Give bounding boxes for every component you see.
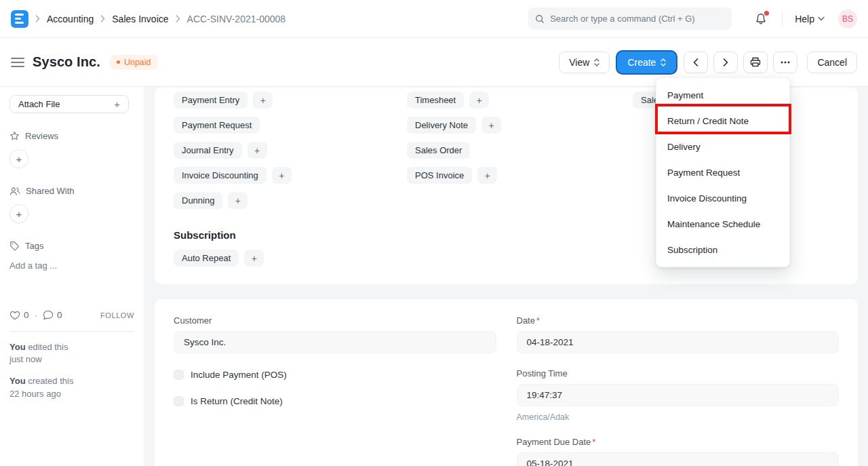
new-delivery-note-button[interactable]: + [481, 117, 501, 134]
erpnext-logo-icon[interactable] [11, 10, 28, 28]
pos-invoice-pill[interactable]: POS Invoice [407, 167, 472, 184]
sales-invoice-page: Accounting Sales Invoice ACC-SINV-2021-0… [0, 0, 868, 466]
star-icon [9, 131, 20, 141]
previous-document-button[interactable] [684, 52, 708, 73]
payment-due-date-field[interactable]: 05-18-2021 [517, 452, 840, 466]
journal-entry-pill[interactable]: Journal Entry [174, 142, 242, 159]
include-payment-pos-label: Include Payment (POS) [191, 370, 287, 380]
posting-time-label: Posting Time [517, 368, 840, 378]
date-field[interactable]: 04-18-2021 [517, 331, 840, 353]
new-pos-invoice-button[interactable]: + [477, 167, 497, 184]
include-payment-pos-checkbox[interactable] [174, 370, 184, 380]
status-badge: Unpaid [110, 55, 158, 70]
global-search[interactable] [528, 7, 732, 30]
notifications-bell-icon[interactable] [755, 12, 767, 25]
search-icon [535, 14, 545, 24]
attach-file-button[interactable]: Attach File + [9, 95, 129, 113]
breadcrumb-accounting[interactable]: Accounting [47, 14, 94, 24]
activity-edited: You edited this just now [9, 341, 134, 366]
users-icon [9, 187, 20, 196]
delivery-note-pill[interactable]: Delivery Note [407, 117, 476, 134]
menu-ellipsis-button[interactable] [773, 52, 797, 73]
top-navbar: Accounting Sales Invoice ACC-SINV-2021-0… [0, 0, 868, 38]
menu-item-payment[interactable]: Payment [656, 82, 789, 108]
breadcrumb-sales-invoice[interactable]: Sales Invoice [112, 14, 168, 24]
is-return-credit-note-checkbox[interactable] [174, 396, 184, 406]
add-review-button[interactable]: + [9, 149, 28, 168]
activity-created: You created this 22 hours ago [9, 375, 134, 400]
sales-order-pill[interactable]: Sales Order [407, 142, 470, 159]
new-journal-entry-button[interactable]: + [248, 142, 267, 159]
is-return-credit-note-row: Is Return (Credit Note) [174, 396, 496, 406]
follow-button[interactable]: FOLLOW [100, 311, 134, 319]
heart-icon[interactable] [9, 311, 20, 320]
search-input[interactable] [550, 14, 725, 24]
notification-indicator-dot [764, 11, 769, 16]
comment-icon[interactable] [43, 310, 54, 320]
chevron-right-icon [35, 15, 40, 22]
tag-icon [9, 241, 20, 251]
new-auto-repeat-button[interactable]: + [244, 250, 264, 267]
engagement-row: 0 · 0 FOLLOW [9, 310, 134, 320]
add-share-button[interactable]: + [9, 204, 28, 223]
menu-item-subscription[interactable]: Subscription [656, 237, 789, 263]
dunning-pill[interactable]: Dunning [174, 192, 222, 209]
next-document-button[interactable] [713, 52, 738, 73]
auto-repeat-pill[interactable]: Auto Repeat [174, 250, 239, 267]
sidebar-toggle-icon[interactable] [11, 58, 24, 67]
required-marker: * [536, 315, 540, 326]
timesheet-pill[interactable]: Timesheet [407, 92, 464, 109]
new-invoice-discounting-button[interactable]: + [272, 167, 292, 184]
include-payment-pos-row: Include Payment (POS) [174, 370, 496, 380]
shared-with-section-label: Shared With [9, 186, 134, 196]
menu-item-delivery[interactable]: Delivery [656, 134, 789, 159]
page-title: Sysco Inc. [33, 54, 100, 70]
menu-item-return-credit-note[interactable]: Return / Credit Note [656, 108, 789, 134]
status-dot-icon [117, 60, 120, 64]
payment-due-date-label: Payment Due Date* [517, 437, 840, 447]
chevron-right-icon [176, 15, 180, 22]
navbar-divider [782, 12, 783, 26]
sidebar-divider [9, 331, 134, 332]
payment-request-pill[interactable]: Payment Request [174, 117, 260, 134]
cancel-button[interactable]: Cancel [807, 52, 857, 73]
document-sidebar: Attach File + Reviews + Shared With + [0, 87, 144, 466]
required-marker: * [592, 437, 595, 447]
breadcrumb-current-document: ACC-SINV-2021-00008 [187, 14, 286, 24]
new-dunning-button[interactable]: + [228, 192, 248, 209]
chevron-down-icon [818, 16, 825, 21]
new-payment-entry-button[interactable]: + [253, 92, 273, 109]
menu-item-invoice-discounting[interactable]: Invoice Discounting [656, 185, 789, 211]
customer-field[interactable]: Sysco Inc. [174, 331, 496, 353]
chevron-right-icon [100, 15, 105, 22]
comment-count: 0 [57, 310, 62, 320]
customer-label: Customer [174, 315, 496, 326]
help-menu[interactable]: Help [795, 14, 825, 24]
menu-item-maintenance-schedule[interactable]: Maintenance Schedule [656, 211, 789, 237]
invoice-discounting-pill[interactable]: Invoice Discounting [174, 167, 267, 184]
tags-section-label: Tags [9, 241, 134, 251]
like-count: 0 [24, 310, 29, 320]
add-tag-input[interactable]: Add a tag ... [9, 260, 134, 271]
print-button[interactable] [743, 52, 768, 73]
menu-item-payment-request[interactable]: Payment Request [656, 159, 789, 185]
posting-time-field[interactable]: 19:47:37 [517, 384, 840, 406]
timezone-note: America/Adak [517, 412, 840, 422]
view-button[interactable]: View [559, 52, 610, 73]
invoice-details-card: Customer Sysco Inc. Include Payment (POS… [155, 299, 858, 466]
user-avatar[interactable]: BS [838, 9, 857, 28]
reviews-section-label: Reviews [9, 131, 134, 141]
payment-entry-pill[interactable]: Payment Entry [174, 92, 248, 109]
plus-icon: + [114, 99, 120, 109]
create-dropdown-menu: Payment Return / Credit Note Delivery Pa… [656, 77, 790, 267]
date-label: Date* [517, 315, 840, 326]
new-timesheet-button[interactable]: + [469, 92, 489, 109]
is-return-credit-note-label: Is Return (Credit Note) [191, 396, 283, 406]
create-button[interactable]: Create [617, 52, 676, 73]
